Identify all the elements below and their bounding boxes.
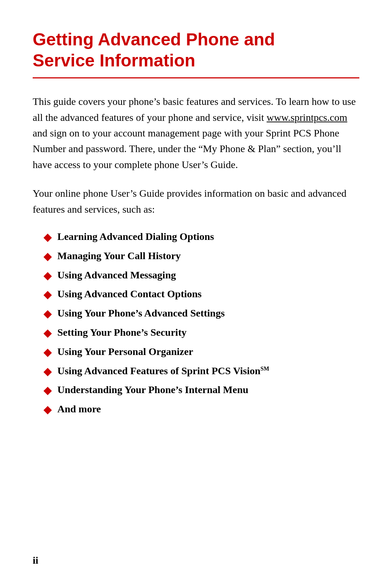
intro-paragraph: This guide covers your phone’s basic fea… [33,94,359,172]
list-item: ◆ Using Advanced Contact Options [44,286,359,303]
feature-list: ◆ Learning Advanced Dialing Options ◆ Ma… [44,229,359,418]
list-item-text: Learning Advanced Dialing Options [57,229,214,245]
list-item: ◆ Using Advanced Features of Sprint PCS … [44,363,359,380]
list-item-text: Managing Your Call History [57,248,181,264]
bullet-diamond-icon: ◆ [44,364,52,380]
list-item: ◆ Using Your Personal Organizer [44,344,359,361]
bullet-diamond-icon: ◆ [44,344,52,361]
bullet-diamond-icon: ◆ [44,287,52,303]
list-item-text: Using Your Phone’s Advanced Settings [57,305,225,322]
list-item-text: Understanding Your Phone’s Internal Menu [57,382,248,398]
bullet-diamond-icon: ◆ [44,325,52,342]
list-item-text: And more [57,401,101,417]
list-item: ◆ Using Advanced Messaging [44,267,359,284]
list-item: ◆ Using Your Phone’s Advanced Settings [44,305,359,322]
list-item-text: Using Your Personal Organizer [57,344,193,360]
list-item: ◆ Learning Advanced Dialing Options [44,229,359,246]
lead-paragraph: Your online phone User’s Guide provides … [33,185,359,217]
title-divider [33,77,359,78]
list-item-text: Setting Your Phone’s Security [57,324,187,341]
list-item: ◆ And more [44,401,359,418]
list-item: ◆ Understanding Your Phone’s Internal Me… [44,382,359,399]
bullet-diamond-icon: ◆ [44,229,52,246]
bullet-diamond-icon: ◆ [44,402,52,418]
page-number: ii [33,555,38,566]
title-line2: Service Information [33,51,195,70]
intro-text-after-link: and sign on to your account management p… [33,127,341,170]
sprint-pcs-link[interactable]: www.sprintpcs.com [267,112,347,123]
list-item: ◆ Setting Your Phone’s Security [44,324,359,342]
bullet-diamond-icon: ◆ [44,249,52,265]
list-item-text: Using Advanced Contact Options [57,286,202,302]
bullet-diamond-icon: ◆ [44,306,52,322]
list-item: ◆ Managing Your Call History [44,248,359,265]
list-item-text: Using Advanced Messaging [57,267,176,283]
bullet-diamond-icon: ◆ [44,268,52,284]
bullet-diamond-icon: ◆ [44,383,52,399]
page-container: Getting Advanced Phone and Service Infor… [0,0,392,588]
title-line1: Getting Advanced Phone and [33,30,275,49]
list-item-text: Using Advanced Features of Sprint PCS Vi… [57,363,269,379]
page-title: Getting Advanced Phone and Service Infor… [33,29,359,71]
